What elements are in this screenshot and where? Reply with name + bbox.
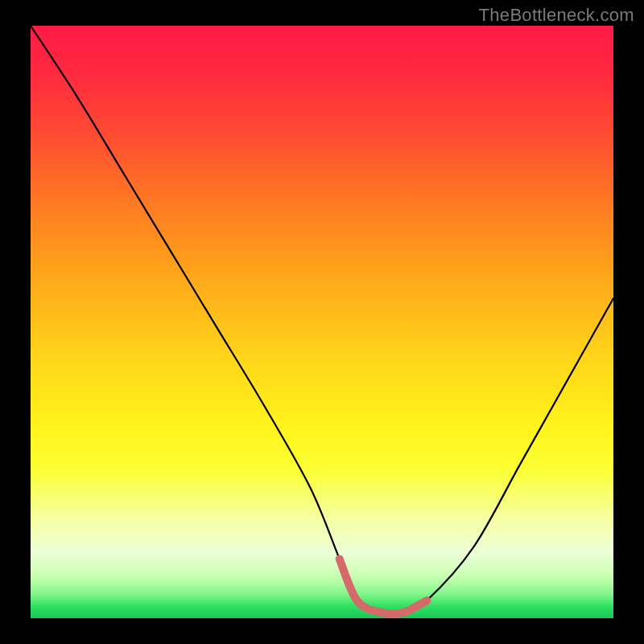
- optimal-zone-highlight: [340, 559, 427, 613]
- curve-layer: [31, 26, 613, 618]
- watermark-label: TheBottleneck.com: [479, 5, 634, 26]
- plot-area: [31, 26, 613, 618]
- bottleneck-curve: [31, 26, 613, 613]
- chart-frame: TheBottleneck.com: [0, 0, 644, 644]
